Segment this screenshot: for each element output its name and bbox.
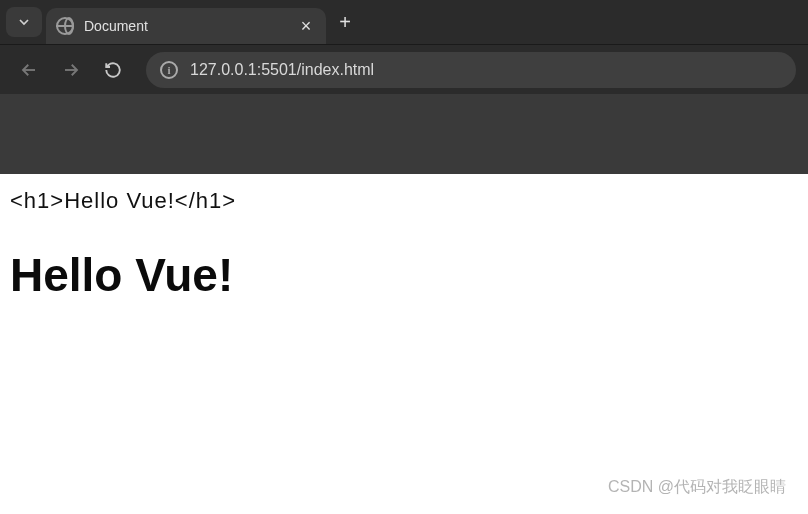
browser-chrome: Document × + i 127.0.0.1:5501/index.html (0, 0, 808, 174)
address-bar[interactable]: i 127.0.0.1:5501/index.html (146, 52, 796, 88)
browser-tab[interactable]: Document × (46, 8, 326, 44)
site-info-icon[interactable]: i (160, 61, 178, 79)
watermark: CSDN @代码对我眨眼睛 (608, 477, 786, 498)
tabs-dropdown-button[interactable] (6, 7, 42, 37)
page-content: <h1>Hello Vue!</h1> Hello Vue! (0, 174, 808, 316)
toolbar: i 127.0.0.1:5501/index.html (0, 44, 808, 94)
close-tab-button[interactable]: × (296, 16, 316, 37)
reload-button[interactable] (96, 53, 130, 87)
arrow-left-icon (20, 61, 38, 79)
raw-markup-text: <h1>Hello Vue!</h1> (10, 188, 798, 214)
globe-icon (56, 17, 74, 35)
tab-bar: Document × + (0, 0, 808, 44)
page-heading: Hello Vue! (10, 248, 798, 302)
bookmarks-area (0, 94, 808, 174)
back-button[interactable] (12, 53, 46, 87)
new-tab-button[interactable]: + (330, 11, 360, 34)
reload-icon (104, 61, 122, 79)
tab-title: Document (84, 18, 286, 34)
chevron-down-icon (16, 14, 32, 30)
arrow-right-icon (62, 61, 80, 79)
url-text: 127.0.0.1:5501/index.html (190, 61, 374, 79)
forward-button[interactable] (54, 53, 88, 87)
